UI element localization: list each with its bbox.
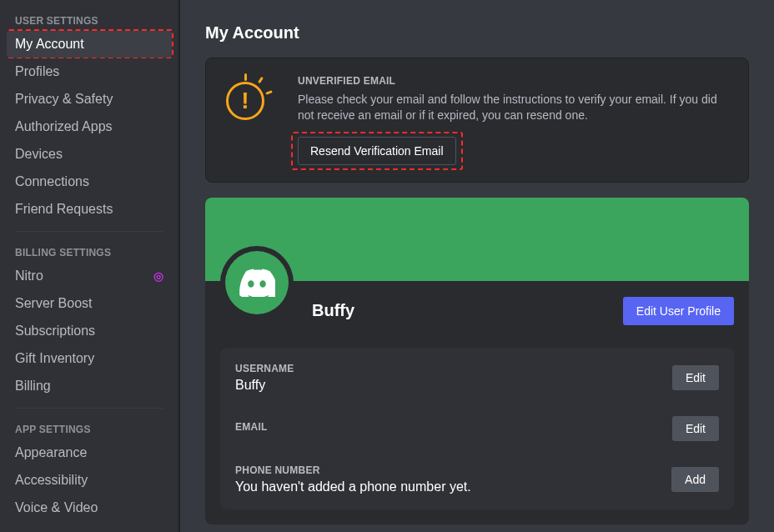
field-label: Email (235, 421, 268, 433)
account-fields: Username Buffy Edit Email Edit Phone Num… (220, 348, 734, 509)
edit-user-profile-button[interactable]: Edit User Profile (623, 297, 734, 325)
field-row-email: Email Edit (235, 404, 719, 453)
sidebar-separator (15, 408, 163, 409)
field-label: Username (235, 363, 294, 374)
sidebar-item-connections[interactable]: Connections (7, 168, 172, 195)
resend-verification-button[interactable]: Resend Verification Email (298, 137, 456, 165)
display-name: Buffy (312, 301, 354, 320)
edit-username-button[interactable]: Edit (672, 365, 719, 390)
sidebar-header-user-settings: User Settings (7, 8, 172, 30)
sidebar-item-gift-inventory[interactable]: Gift Inventory (7, 345, 172, 372)
unverified-email-body: Please check your email and follow the i… (298, 92, 730, 123)
sidebar-item-my-account[interactable]: My Account (7, 31, 172, 58)
sidebar-item-billing[interactable]: Billing (7, 373, 172, 399)
page-title: My Account (205, 23, 749, 43)
sidebar-item-label: Gift Inventory (15, 351, 94, 366)
field-row-phone: Phone Number You haven't added a phone n… (235, 453, 719, 506)
sidebar-item-label: Friend Requests (15, 202, 113, 217)
field-value: You haven't added a phone number yet. (235, 479, 471, 494)
field-label: Phone Number (235, 464, 471, 476)
sidebar-item-label: Subscriptions (15, 324, 95, 339)
sidebar-item-appearance[interactable]: Appearance (7, 439, 172, 466)
sidebar-item-label: Voice & Video (15, 500, 98, 515)
edit-email-button[interactable]: Edit (672, 416, 719, 441)
field-value: Buffy (235, 378, 294, 393)
sidebar-item-label: Nitro (15, 269, 43, 284)
sidebar-item-label: Billing (15, 379, 51, 394)
sidebar-item-label: Appearance (15, 445, 87, 460)
sidebar-item-label: Server Boost (15, 296, 92, 311)
field-row-username: Username Buffy Edit (235, 351, 719, 404)
sidebar-item-accessibility[interactable]: Accessibility (7, 467, 172, 494)
sidebar-item-label: Privacy & Safety (15, 92, 113, 107)
sidebar-item-label: My Account (15, 37, 84, 52)
warning-icon: ! (224, 75, 274, 125)
sidebar-item-profiles[interactable]: Profiles (7, 58, 172, 85)
sidebar-item-server-boost[interactable]: Server Boost (7, 290, 172, 317)
sidebar-item-authorized-apps[interactable]: Authorized Apps (7, 113, 172, 140)
sidebar-separator (15, 231, 163, 232)
discord-logo-icon (225, 251, 289, 314)
main-content: My Account ! Unverified Email Please che… (180, 0, 774, 532)
sidebar-item-label: Authorized Apps (15, 119, 113, 134)
add-phone-button[interactable]: Add (671, 467, 719, 492)
sidebar-item-nitro[interactable]: Nitro ◎ (7, 263, 172, 289)
unverified-email-card: ! Unverified Email Please check your ema… (205, 58, 749, 183)
sidebar-header-billing-settings: Billing Settings (7, 240, 172, 262)
sidebar-item-label: Accessibility (15, 473, 88, 488)
sidebar-item-voice-video[interactable]: Voice & Video (7, 494, 172, 521)
settings-sidebar: User Settings My Account Profiles Privac… (0, 0, 180, 532)
sidebar-header-app-settings: App Settings (7, 417, 172, 439)
sidebar-item-devices[interactable]: Devices (7, 141, 172, 168)
sidebar-item-label: Profiles (15, 64, 59, 79)
sidebar-item-subscriptions[interactable]: Subscriptions (7, 318, 172, 344)
account-card: Buffy Edit User Profile Username Buffy E… (205, 198, 749, 524)
sidebar-item-label: Connections (15, 174, 89, 189)
nitro-badge-icon: ◎ (153, 269, 163, 283)
unverified-email-header: Unverified Email (298, 75, 730, 87)
sidebar-item-label: Devices (15, 147, 63, 162)
sidebar-item-privacy-safety[interactable]: Privacy & Safety (7, 86, 172, 113)
profile-header-row: Buffy Edit User Profile (205, 281, 749, 341)
sidebar-item-friend-requests[interactable]: Friend Requests (7, 196, 172, 223)
avatar[interactable] (220, 246, 294, 319)
